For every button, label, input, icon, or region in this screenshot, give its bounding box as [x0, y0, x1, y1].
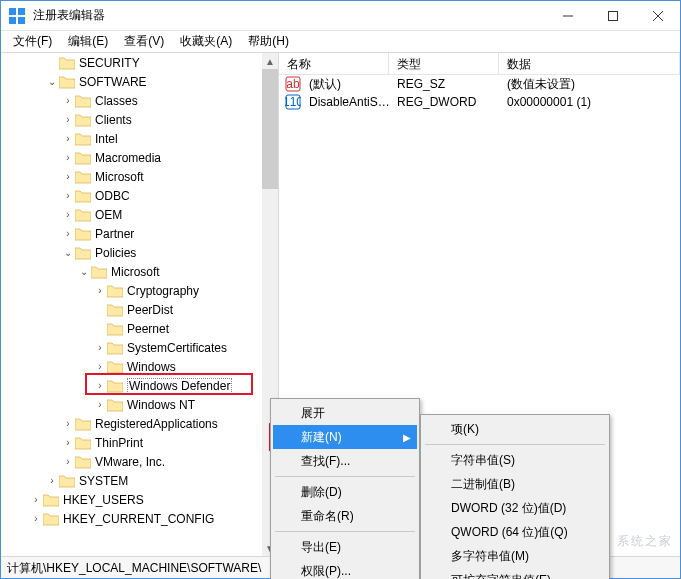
tree-label: Cryptography — [127, 284, 199, 298]
scroll-thumb[interactable] — [262, 69, 278, 189]
chevron-right-icon[interactable]: › — [61, 228, 75, 239]
chevron-right-icon[interactable]: › — [61, 95, 75, 106]
folder-icon — [75, 132, 91, 146]
folder-icon — [59, 56, 75, 70]
tree-item-partner[interactable]: ›Partner — [1, 224, 262, 243]
chevron-down-icon[interactable]: ⌄ — [45, 76, 59, 87]
subctx-item-0[interactable]: 项(K) — [423, 417, 607, 441]
chevron-right-icon[interactable]: › — [61, 114, 75, 125]
ctx-item-6[interactable]: 权限(P)... — [273, 559, 417, 579]
tree-item-thinprint[interactable]: ›ThinPrint — [1, 433, 262, 452]
subctx-item-5[interactable]: 多字符串值(M) — [423, 544, 607, 568]
value-type: REG_SZ — [395, 77, 505, 91]
tree-label: RegisteredApplications — [95, 417, 218, 431]
maximize-button[interactable] — [590, 1, 635, 31]
tree-item-peerdist[interactable]: ›PeerDist — [1, 300, 262, 319]
subctx-item-6[interactable]: 可扩充字符串值(E) — [423, 568, 607, 579]
binary-value-icon: 110 — [285, 94, 301, 110]
chevron-right-icon[interactable]: › — [61, 152, 75, 163]
folder-icon — [107, 398, 123, 412]
tree-item-oem[interactable]: ›OEM — [1, 205, 262, 224]
tree-label: Classes — [95, 94, 138, 108]
tree-item-hkey_users[interactable]: ›HKEY_USERS — [1, 490, 262, 509]
context-menu[interactable]: 展开新建(N)▶查找(F)...删除(D)重命名(R)导出(E)权限(P)... — [270, 398, 420, 579]
menu-0[interactable]: 文件(F) — [5, 31, 60, 52]
ctx-item-5[interactable]: 导出(E) — [273, 535, 417, 559]
tree-item-vmware,-inc.[interactable]: ›VMware, Inc. — [1, 452, 262, 471]
tree-item-odbc[interactable]: ›ODBC — [1, 186, 262, 205]
folder-icon — [59, 474, 75, 488]
minimize-button[interactable] — [545, 1, 590, 31]
svg-rect-1 — [18, 8, 25, 15]
chevron-right-icon[interactable]: › — [61, 190, 75, 201]
folder-icon — [43, 493, 59, 507]
tree-item-security[interactable]: ›SECURITY — [1, 53, 262, 72]
menu-4[interactable]: 帮助(H) — [240, 31, 297, 52]
tree-item-cryptography[interactable]: ›Cryptography — [1, 281, 262, 300]
tree-item-system[interactable]: ›SYSTEM — [1, 471, 262, 490]
tree-label: Policies — [95, 246, 136, 260]
tree-item-microsoft[interactable]: ›Microsoft — [1, 167, 262, 186]
col-name[interactable]: 名称 — [279, 53, 389, 74]
menu-2[interactable]: 查看(V) — [116, 31, 172, 52]
menubar: 文件(F)编辑(E)查看(V)收藏夹(A)帮助(H) — [1, 31, 680, 53]
tree-item-hkey_current_config[interactable]: ›HKEY_CURRENT_CONFIG — [1, 509, 262, 528]
chevron-down-icon[interactable]: ⌄ — [61, 247, 75, 258]
col-type[interactable]: 类型 — [389, 53, 499, 74]
tree-item-windows-nt[interactable]: ›Windows NT — [1, 395, 262, 414]
chevron-right-icon[interactable]: › — [93, 399, 107, 410]
chevron-right-icon[interactable]: › — [93, 342, 107, 353]
chevron-right-icon[interactable]: › — [29, 494, 43, 505]
tree-label: Microsoft — [95, 170, 144, 184]
svg-text:ab: ab — [286, 77, 300, 91]
tree-pane: ›SECURITY⌄SOFTWARE›Classes›Clients›Intel… — [1, 53, 279, 556]
value-row[interactable]: ab(默认)REG_SZ(数值未设置) — [279, 75, 680, 93]
chevron-down-icon[interactable]: ⌄ — [77, 266, 91, 277]
scroll-up-icon[interactable]: ▲ — [262, 53, 278, 69]
tree-item-windows-defender[interactable]: ›Windows Defender — [1, 376, 262, 395]
chevron-right-icon[interactable]: › — [61, 418, 75, 429]
tree-item-software[interactable]: ⌄SOFTWARE — [1, 72, 262, 91]
chevron-right-icon[interactable]: › — [93, 285, 107, 296]
chevron-right-icon[interactable]: › — [29, 513, 43, 524]
chevron-right-icon[interactable]: › — [61, 437, 75, 448]
subctx-item-2[interactable]: 二进制值(B) — [423, 472, 607, 496]
chevron-right-icon[interactable]: › — [61, 171, 75, 182]
subctx-item-3[interactable]: DWORD (32 位)值(D) — [423, 496, 607, 520]
ctx-item-4[interactable]: 重命名(R) — [273, 504, 417, 528]
tree-item-registeredapplications[interactable]: ›RegisteredApplications — [1, 414, 262, 433]
tree-item-classes[interactable]: ›Classes — [1, 91, 262, 110]
tree-item-microsoft[interactable]: ⌄Microsoft — [1, 262, 262, 281]
chevron-right-icon[interactable]: › — [93, 380, 107, 391]
subctx-item-1[interactable]: 字符串值(S) — [423, 448, 607, 472]
menu-1[interactable]: 编辑(E) — [60, 31, 116, 52]
ctx-item-0[interactable]: 展开 — [273, 401, 417, 425]
tree-item-macromedia[interactable]: ›Macromedia — [1, 148, 262, 167]
ctx-item-2[interactable]: 查找(F)... — [273, 449, 417, 473]
chevron-right-icon[interactable]: › — [61, 209, 75, 220]
context-submenu[interactable]: 项(K)字符串值(S)二进制值(B)DWORD (32 位)值(D)QWORD … — [420, 414, 610, 579]
folder-icon — [107, 322, 123, 336]
registry-tree[interactable]: ›SECURITY⌄SOFTWARE›Classes›Clients›Intel… — [1, 53, 262, 528]
submenu-arrow-icon: ▶ — [403, 432, 411, 443]
chevron-right-icon[interactable]: › — [45, 475, 59, 486]
value-name: DisableAntiSp... — [307, 95, 395, 109]
tree-item-windows[interactable]: ›Windows — [1, 357, 262, 376]
tree-item-peernet[interactable]: ›Peernet — [1, 319, 262, 338]
col-data[interactable]: 数据 — [499, 53, 680, 74]
tree-item-policies[interactable]: ⌄Policies — [1, 243, 262, 262]
chevron-right-icon[interactable]: › — [61, 133, 75, 144]
chevron-right-icon[interactable]: › — [61, 456, 75, 467]
chevron-right-icon[interactable]: › — [93, 361, 107, 372]
close-button[interactable] — [635, 1, 680, 31]
folder-icon — [75, 151, 91, 165]
ctx-item-3[interactable]: 删除(D) — [273, 480, 417, 504]
tree-item-clients[interactable]: ›Clients — [1, 110, 262, 129]
ctx-item-1[interactable]: 新建(N)▶ — [273, 425, 417, 449]
svg-rect-0 — [9, 8, 16, 15]
tree-item-intel[interactable]: ›Intel — [1, 129, 262, 148]
subctx-item-4[interactable]: QWORD (64 位)值(Q) — [423, 520, 607, 544]
value-row[interactable]: 110DisableAntiSp...REG_DWORD0x00000001 (… — [279, 93, 680, 111]
menu-3[interactable]: 收藏夹(A) — [172, 31, 240, 52]
tree-item-systemcertificates[interactable]: ›SystemCertificates — [1, 338, 262, 357]
